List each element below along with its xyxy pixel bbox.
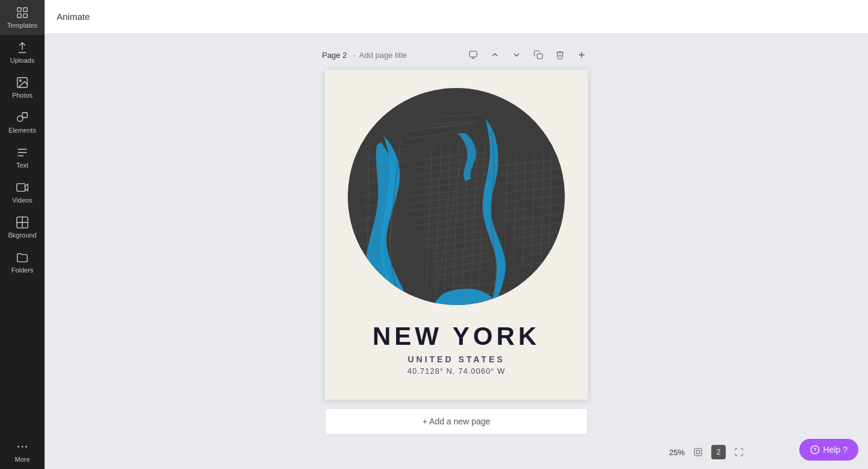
grid-icon bbox=[16, 6, 29, 19]
page-label: Page 2 bbox=[322, 51, 347, 60]
svg-point-87 bbox=[811, 445, 819, 453]
bottom-bar: 25% 2 bbox=[669, 444, 747, 461]
plus-icon bbox=[577, 50, 587, 60]
down-button[interactable] bbox=[508, 46, 526, 64]
svg-rect-8 bbox=[17, 184, 25, 192]
sidebar-item-uploads-label: Uploads bbox=[10, 57, 34, 64]
svg-rect-7 bbox=[22, 113, 27, 118]
svg-point-5 bbox=[19, 80, 21, 81]
more-icon bbox=[16, 440, 29, 453]
up-button[interactable] bbox=[486, 46, 504, 64]
svg-point-12 bbox=[25, 446, 27, 448]
duplicate-icon bbox=[533, 50, 543, 60]
canvas-page: NEW YORK UNITED STATES 40.7128° N, 74.00… bbox=[325, 70, 588, 400]
sidebar-item-folders-label: Folders bbox=[11, 266, 34, 274]
main-canvas-area: Page 2 - bbox=[45, 34, 868, 469]
page-title-input[interactable] bbox=[359, 51, 461, 60]
svg-line-83 bbox=[509, 292, 512, 305]
scroll-area[interactable]: Page 2 - bbox=[45, 46, 868, 457]
sidebar-item-elements[interactable]: Elements bbox=[0, 105, 45, 140]
svg-rect-3 bbox=[24, 14, 27, 17]
svg-point-10 bbox=[17, 446, 19, 448]
page-toolbar: Page 2 - bbox=[322, 46, 591, 64]
sidebar-item-videos[interactable]: Videos bbox=[0, 175, 45, 210]
map-svg bbox=[348, 88, 565, 305]
duplicate-button[interactable] bbox=[529, 46, 547, 64]
present-button[interactable] bbox=[464, 46, 482, 64]
fit-page-button[interactable] bbox=[690, 444, 706, 461]
sidebar-item-text[interactable]: Text bbox=[0, 140, 45, 175]
svg-rect-0 bbox=[17, 8, 21, 11]
map-circle bbox=[348, 88, 565, 305]
header: Animate bbox=[45, 0, 868, 34]
sidebar-item-folders[interactable]: Folders bbox=[0, 245, 45, 280]
folder-icon bbox=[16, 251, 29, 264]
svg-rect-13 bbox=[470, 51, 477, 57]
help-label: Help ? bbox=[823, 445, 848, 455]
sidebar-item-templates-label: Templates bbox=[7, 22, 37, 29]
present-icon bbox=[468, 50, 478, 60]
svg-rect-86 bbox=[694, 449, 702, 456]
text-icon bbox=[16, 146, 29, 159]
svg-rect-2 bbox=[17, 14, 21, 17]
svg-rect-14 bbox=[537, 54, 542, 59]
chevron-down-icon bbox=[512, 50, 521, 60]
sidebar-item-videos-label: Videos bbox=[12, 197, 32, 204]
sidebar: Templates Uploads Photos Elements Text V… bbox=[0, 0, 45, 469]
sidebar-item-uploads[interactable]: Uploads bbox=[0, 35, 45, 70]
fit-page-icon bbox=[693, 447, 703, 457]
sidebar-item-templates[interactable]: Templates bbox=[0, 0, 45, 35]
zoom-level: 25% bbox=[669, 448, 685, 457]
sidebar-item-text-label: Text bbox=[16, 162, 28, 169]
sidebar-item-photos-label: Photos bbox=[12, 92, 33, 99]
add-button[interactable] bbox=[573, 46, 591, 64]
video-icon bbox=[16, 181, 29, 194]
sidebar-item-more-label: More bbox=[14, 456, 30, 463]
country-name: UNITED STATES bbox=[407, 354, 505, 364]
trash-icon bbox=[555, 50, 565, 60]
svg-rect-1 bbox=[24, 8, 27, 11]
page-number-badge: 2 bbox=[711, 445, 726, 459]
shapes-icon bbox=[16, 111, 29, 124]
city-name: NEW YORK bbox=[373, 322, 540, 351]
delete-button[interactable] bbox=[551, 46, 569, 64]
upload-icon bbox=[16, 41, 29, 54]
svg-point-11 bbox=[22, 446, 24, 448]
fullscreen-icon bbox=[734, 447, 744, 457]
background-icon bbox=[16, 216, 29, 229]
sidebar-item-bkground-label: Bkground bbox=[8, 231, 36, 239]
help-button[interactable]: Help ? bbox=[799, 439, 858, 461]
fullscreen-button[interactable] bbox=[731, 444, 747, 461]
header-title: Animate bbox=[57, 11, 90, 22]
sidebar-item-more[interactable]: More bbox=[0, 434, 45, 469]
sidebar-item-elements-label: Elements bbox=[8, 127, 36, 134]
svg-line-84 bbox=[520, 293, 523, 305]
add-page-button[interactable]: + Add a new page bbox=[325, 408, 588, 435]
sidebar-item-bkground[interactable]: Bkground bbox=[0, 210, 45, 245]
page-separator: - bbox=[353, 51, 355, 60]
coordinates: 40.7128° N, 74.0060° W bbox=[407, 367, 506, 376]
help-icon bbox=[810, 445, 820, 455]
image-icon bbox=[16, 76, 29, 89]
chevron-up-icon bbox=[490, 50, 500, 60]
sidebar-item-photos[interactable]: Photos bbox=[0, 70, 45, 105]
